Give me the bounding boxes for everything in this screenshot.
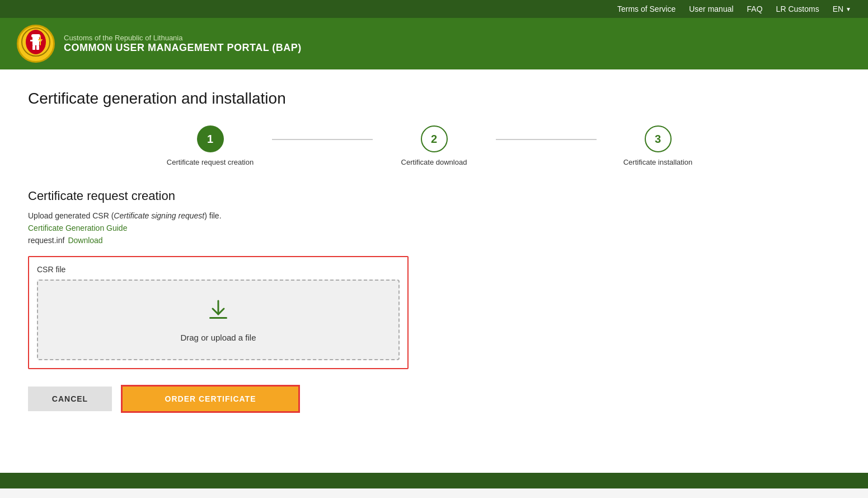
step-2-label: Certificate download [401, 158, 467, 166]
step-1: 1 Certificate request creation [149, 125, 272, 166]
step-3-circle: 3 [645, 125, 672, 152]
header-text-block: Customs of the Republic of Lithuania COM… [64, 34, 302, 54]
download-link[interactable]: Download [68, 236, 102, 245]
site-header: Customs of the Republic of Lithuania COM… [0, 18, 868, 69]
csr-label: CSR file [37, 265, 400, 274]
step-2: 2 Certificate download [373, 125, 496, 166]
lr-customs-link[interactable]: LR Customs [776, 4, 819, 13]
svg-rect-10 [209, 317, 227, 319]
language-label: EN [833, 4, 843, 13]
top-navigation: Terms of Service User manual FAQ LR Cust… [0, 0, 868, 18]
stepper: 1 Certificate request creation 2 Certifi… [28, 125, 840, 166]
svg-rect-4 [30, 40, 34, 41]
bottom-bar [0, 473, 868, 488]
step-3: 3 Certificate installation [597, 125, 720, 166]
step-1-number: 1 [207, 133, 213, 146]
header-subtitle: Customs of the Republic of Lithuania [64, 34, 302, 42]
chevron-down-icon: ▼ [846, 6, 851, 12]
step-1-label: Certificate request creation [167, 158, 254, 166]
svg-rect-9 [38, 39, 43, 40]
step-2-circle: 2 [421, 125, 448, 152]
logo-emblem [21, 27, 50, 60]
step-connector-1 [272, 139, 373, 140]
step-2-number: 2 [431, 133, 437, 146]
csr-file-box: CSR file Drag or upload a file [28, 256, 409, 369]
description-text: Upload generated CSR (Certificate signin… [28, 211, 840, 220]
button-row: CANCEL ORDER CERTIFICATE [28, 385, 840, 413]
step-3-number: 3 [655, 133, 661, 146]
description-pre: Upload generated CSR ( [28, 211, 114, 220]
cancel-button[interactable]: CANCEL [28, 387, 112, 411]
section-title: Certificate request creation [28, 189, 840, 203]
step-connector-2 [496, 139, 597, 140]
upload-icon [206, 297, 231, 327]
step-3-label: Certificate installation [623, 158, 693, 166]
logo [17, 25, 55, 63]
svg-rect-6 [32, 45, 35, 50]
description-em: Certificate signing request [114, 211, 204, 220]
dropzone-text: Drag or upload a file [180, 333, 256, 342]
request-line: request.infDownload [28, 236, 840, 245]
certificate-guide-link[interactable]: Certificate Generation Guide [28, 224, 840, 232]
language-selector[interactable]: EN ▼ [833, 4, 851, 13]
file-dropzone[interactable]: Drag or upload a file [37, 280, 400, 360]
request-filename: request.inf [28, 236, 64, 245]
description-post: ) file. [204, 211, 221, 220]
terms-of-service-link[interactable]: Terms of Service [617, 4, 675, 13]
svg-rect-2 [31, 34, 40, 38]
main-content: Certificate generation and installation … [0, 69, 868, 473]
faq-link[interactable]: FAQ [747, 4, 763, 13]
svg-rect-3 [32, 38, 39, 45]
header-title: COMMON USER MANAGEMENT PORTAL (BAP) [64, 42, 302, 54]
step-1-circle: 1 [197, 125, 224, 152]
user-manual-link[interactable]: User manual [689, 4, 733, 13]
order-certificate-button[interactable]: ORDER CERTIFICATE [121, 385, 300, 413]
page-title: Certificate generation and installation [28, 90, 840, 108]
svg-rect-7 [36, 45, 39, 50]
